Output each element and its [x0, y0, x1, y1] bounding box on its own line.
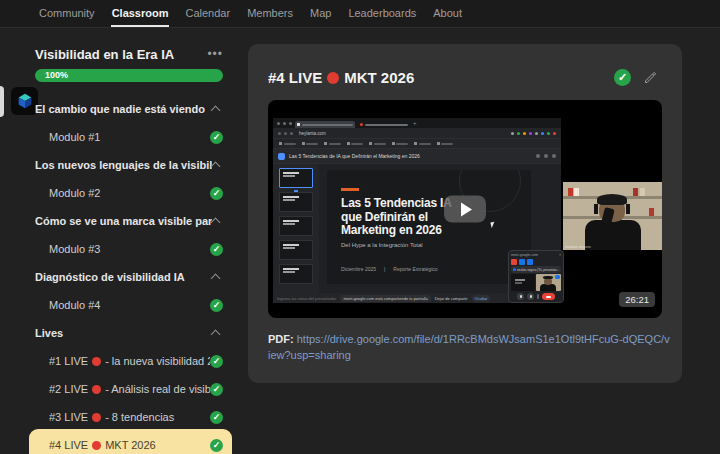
slide-title: Las 5 Tendencias IA que Definirán el Mar… — [341, 197, 452, 238]
video-player[interactable]: + heylanta.com L — [268, 100, 662, 318]
live-row-selected[interactable]: #4 LIVEMKT 2026 — [35, 431, 223, 454]
video-browser-addressbar: heylanta.com — [273, 128, 561, 139]
pdf-resource-line: PDF: https://drive.google.com/file/d/1RR… — [268, 331, 670, 363]
video-browser-tabbar: + — [273, 118, 561, 128]
course-menu-ellipsis-icon[interactable]: ••• — [207, 49, 223, 59]
slide-thumb — [279, 192, 313, 212]
hide-button: Ocultar — [472, 295, 491, 302]
meet-screen-thumb — [511, 274, 535, 291]
meet-camera-thumb — [536, 274, 561, 291]
module-row[interactable]: Modulo #1 — [35, 123, 223, 151]
nav-item-classroom[interactable]: Classroom — [111, 0, 170, 27]
completed-check-icon — [210, 355, 223, 368]
completed-check-icon — [210, 131, 223, 144]
presenter-body — [585, 220, 641, 250]
nav-item-leaderboards[interactable]: Leaderboards — [347, 0, 417, 27]
course-outline: El cambio que nadie está viendo Modulo #… — [35, 95, 223, 454]
blue-cube-icon — [16, 92, 34, 110]
video-duration-badge: 26:21 — [619, 292, 655, 307]
meet-popup-window: meet.google.com × nicolas seguro (Tú, pr… — [508, 250, 564, 303]
chevron-up-icon[interactable] — [211, 330, 221, 340]
slide-thumb — [279, 264, 313, 284]
completed-check-icon — [210, 411, 223, 424]
course-progress-bar: 100% — [35, 69, 223, 82]
presenter-notes-label: Ingresa las notas del presentador — [277, 296, 336, 301]
meet-more-icon — [537, 294, 539, 299]
chevron-up-icon[interactable] — [211, 274, 221, 284]
section-row[interactable]: Cómo se ve una marca visible para l... — [35, 207, 223, 235]
section-row[interactable]: Diagnóstico de visibilidad IA — [35, 263, 223, 291]
pdf-link[interactable]: https://drive.google.com/file/d/1RRcBMds… — [268, 333, 670, 361]
lesson-title: #4 LIVEMKT 2026 — [268, 69, 414, 86]
live-red-dot-icon — [92, 441, 101, 450]
chevron-up-icon[interactable] — [211, 106, 221, 116]
live-red-dot-icon — [327, 72, 339, 84]
completed-check-icon — [210, 383, 223, 396]
video-doc-header: Las 5 Tendencias de IA que Definirán el … — [273, 149, 561, 164]
meet-close-icon: × — [559, 253, 561, 257]
community-avatar[interactable] — [11, 87, 38, 115]
slide-thumb — [279, 216, 313, 236]
completed-check-icon — [210, 439, 223, 452]
live-row[interactable]: #2 LIVE- Análisis real de visibili... — [35, 375, 223, 403]
nav-item-community[interactable]: Community — [38, 0, 96, 27]
completed-check-icon — [210, 243, 223, 256]
nav-item-map[interactable]: Map — [309, 0, 332, 27]
meet-participant-pill: nicolas seguro (Tú, presentan... — [511, 266, 561, 273]
nav-item-members[interactable]: Members — [246, 0, 294, 27]
section-row[interactable]: El cambio que nadie está viendo — [35, 95, 223, 123]
slide-footer: Diciembre 2025 | Reporte Estratégico — [341, 266, 438, 272]
live-row[interactable]: #3 LIVE- 8 tendencias — [35, 403, 223, 431]
community-rail-partial-icon[interactable] — [0, 86, 4, 117]
app-root: Community Classroom Calendar Members Map… — [0, 0, 720, 454]
meet-record-button — [511, 259, 517, 265]
nav-item-about[interactable]: About — [432, 0, 463, 27]
meet-present-button — [519, 259, 525, 265]
meet-share-button — [527, 259, 533, 265]
sharing-message: meet.google.com está compartiendo tu pan… — [340, 295, 430, 302]
slide-subtitle: Del Hype a la Integración Total — [341, 242, 423, 248]
live-row[interactable]: #1 LIVE- la nueva visibilidad 25... — [35, 347, 223, 375]
course-sidebar: Visibilidad en la Era IA ••• 100% El cam… — [35, 44, 223, 454]
video-doc-title: Las 5 Tendencias de IA que Definirán el … — [289, 153, 532, 159]
pdf-label: PDF: — [268, 333, 294, 345]
edit-pencil-icon[interactable] — [643, 70, 658, 85]
live-red-dot-icon — [92, 413, 101, 422]
meet-camera-button — [527, 293, 534, 300]
play-triangle-icon — [461, 202, 472, 216]
video-slide-thumbnails — [273, 164, 319, 296]
section-row-lives[interactable]: Lives — [35, 319, 223, 347]
module-row[interactable]: Modulo #4 — [35, 291, 223, 319]
slide-thumb — [279, 240, 313, 260]
meet-mic-button — [517, 293, 524, 300]
video-browser-bookmarks — [273, 139, 561, 149]
lesson-completed-check-icon[interactable] — [614, 69, 631, 86]
video-slide: Las 5 Tendencias IA que Definirán el Mar… — [327, 170, 531, 284]
lesson-card: #4 LIVEMKT 2026 + he — [248, 44, 682, 383]
slide-thumb-selected — [279, 168, 313, 188]
meet-hangup-button — [542, 293, 555, 300]
live-red-dot-icon — [92, 357, 101, 366]
meet-participant-name: nicolas seguro (Tú, presentan... — [517, 268, 559, 272]
chevron-up-icon[interactable] — [211, 218, 221, 228]
presenter-webcam: nicolas seguro — [563, 182, 662, 250]
presenter-name-label: nicolas seguro — [565, 244, 591, 249]
top-nav: Community Classroom Calendar Members Map… — [0, 0, 720, 28]
meet-window-title: meet.google.com — [511, 253, 538, 257]
chevron-up-icon[interactable] — [211, 162, 221, 172]
completed-check-icon — [210, 299, 223, 312]
participant-avatar — [513, 268, 516, 271]
live-red-dot-icon — [92, 385, 101, 394]
completed-check-icon — [210, 187, 223, 200]
module-row[interactable]: Modulo #2 — [35, 179, 223, 207]
nav-item-calendar[interactable]: Calendar — [184, 0, 231, 27]
play-button[interactable] — [444, 196, 486, 223]
course-title: Visibilidad en la Era IA — [35, 47, 174, 62]
slide-orange-dash — [341, 188, 359, 191]
video-browser-url: heylanta.com — [299, 131, 508, 136]
stop-sharing-button: Dejar de compartir — [435, 296, 468, 301]
module-row[interactable]: Modulo #3 — [35, 235, 223, 263]
section-row[interactable]: Los nuevos lenguajes de la visibilid... — [35, 151, 223, 179]
slides-doc-icon — [278, 153, 285, 160]
